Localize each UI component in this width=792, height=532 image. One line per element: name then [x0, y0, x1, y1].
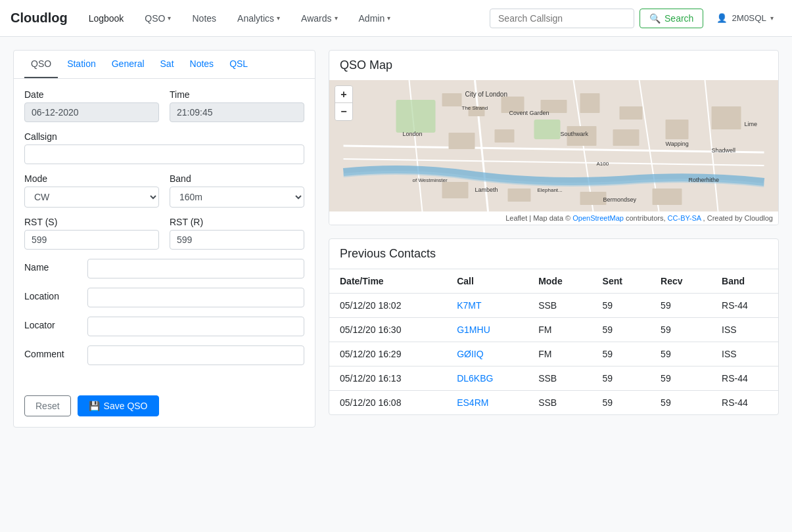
cell-call[interactable]: GØIIQ	[446, 342, 528, 366]
tab-qso[interactable]: QSO	[24, 51, 58, 78]
user-icon: 👤	[716, 13, 728, 23]
map-container: QSO Map	[329, 50, 779, 225]
cell-band: RS-44	[711, 294, 778, 318]
cell-sent: 59	[592, 366, 651, 391]
cell-call[interactable]: K7MT	[446, 294, 528, 318]
svg-text:Covent Garden: Covent Garden	[509, 110, 549, 116]
svg-text:Rotherhithe: Rotherhithe	[689, 177, 720, 183]
nav-analytics[interactable]: Analytics ▾	[229, 8, 288, 29]
callsign-link[interactable]: G1MHU	[457, 324, 490, 335]
col-sent: Sent	[592, 269, 651, 294]
mode-select[interactable]: CW SSB FM AM FT8 FT4	[24, 187, 159, 208]
cell-datetime: 05/12/20 16:08	[329, 391, 446, 415]
svg-rect-14	[580, 93, 600, 113]
cell-datetime: 05/12/20 18:02	[329, 294, 446, 318]
tab-bar: QSO Station General Sat Notes QSL	[14, 51, 315, 79]
rst-r-label: RST (R)	[170, 217, 304, 227]
cell-recv: 59	[650, 391, 711, 415]
tab-notes[interactable]: Notes	[183, 51, 221, 78]
search-button[interactable]: 🔍 Search	[640, 9, 703, 28]
map-title: QSO Map	[329, 51, 778, 80]
qso-dropdown-arrow: ▾	[168, 14, 171, 22]
rst-r-group: RST (R)	[170, 217, 304, 250]
rst-s-label: RST (S)	[24, 217, 159, 227]
cell-call[interactable]: ES4RM	[446, 391, 528, 415]
cell-sent: 59	[592, 391, 651, 415]
time-field: 21:09:45	[170, 102, 304, 122]
cc-link[interactable]: CC-BY-SA	[668, 214, 701, 222]
comment-input[interactable]	[87, 345, 304, 365]
tab-station[interactable]: Station	[60, 51, 103, 78]
cell-sent: 59	[592, 318, 651, 342]
svg-rect-8	[396, 100, 436, 133]
zoom-in-button[interactable]: +	[335, 86, 352, 103]
cell-mode: FM	[528, 318, 592, 342]
time-group: Time 21:09:45	[170, 89, 304, 122]
svg-rect-16	[449, 133, 475, 149]
callsign-link[interactable]: DL6KBG	[457, 373, 493, 384]
cell-band: RS-44	[711, 391, 778, 415]
contacts-title: Previous Contacts	[329, 239, 778, 269]
tab-qsl[interactable]: QSL	[223, 51, 254, 78]
osm-link[interactable]: OpenStreetMap	[572, 214, 624, 222]
table-row: 05/12/20 16:29 GØIIQ FM 59 59 ISS	[329, 342, 778, 366]
tab-general[interactable]: General	[105, 51, 151, 78]
callsign-link[interactable]: GØIIQ	[457, 349, 483, 359]
user-menu-button[interactable]: 👤 2M0SQL ▾	[709, 9, 781, 27]
svg-rect-10	[442, 93, 462, 106]
navbar: Cloudlog Logbook QSO ▾ Notes Analytics ▾…	[0, 0, 792, 37]
nav-awards[interactable]: Awards ▾	[293, 8, 345, 29]
reset-button[interactable]: Reset	[24, 395, 71, 416]
rst-row: RST (S) RST (R)	[24, 217, 304, 250]
cell-recv: 59	[650, 294, 711, 318]
svg-text:Bermondsey: Bermondsey	[603, 196, 637, 203]
map-zoom-controls: + −	[335, 85, 353, 121]
cell-call[interactable]: G1MHU	[446, 318, 528, 342]
svg-rect-25	[653, 188, 682, 205]
contacts-thead: Date/Time Call Mode Sent Recv Band	[329, 269, 778, 294]
zoom-out-button[interactable]: −	[335, 103, 352, 120]
band-select[interactable]: 160m 80m 40m 20m 15m 10m 6m 2m	[170, 187, 304, 208]
time-label: Time	[170, 89, 304, 100]
cell-band: ISS	[711, 318, 778, 342]
mode-group: Mode CW SSB FM AM FT8 FT4	[24, 173, 159, 208]
cell-recv: 59	[650, 318, 711, 342]
map-credit: Leaflet | Map data © OpenStreetMap contr…	[329, 211, 778, 225]
cell-recv: 59	[650, 366, 711, 391]
callsign-link[interactable]: K7MT	[457, 300, 481, 311]
date-label: Date	[24, 89, 159, 100]
tab-sat[interactable]: Sat	[154, 51, 181, 78]
callsign-link[interactable]: ES4RM	[457, 397, 488, 408]
col-recv: Recv	[650, 269, 711, 294]
nav-admin[interactable]: Admin ▾	[351, 8, 399, 29]
svg-rect-22	[442, 182, 469, 198]
location-input[interactable]	[87, 288, 304, 307]
user-dropdown-arrow: ▾	[770, 14, 774, 22]
nav-qso[interactable]: QSO ▾	[137, 8, 179, 29]
rst-r-input[interactable]	[170, 230, 304, 250]
date-field: 06-12-2020	[24, 102, 159, 122]
brand-logo[interactable]: Cloudlog	[11, 11, 68, 26]
locator-input[interactable]	[87, 317, 304, 336]
save-qso-button[interactable]: 💾 Save QSO	[78, 395, 159, 416]
name-input[interactable]	[87, 259, 304, 278]
col-call: Call	[446, 269, 528, 294]
date-group: Date 06-12-2020	[24, 89, 159, 122]
callsign-label: Callsign	[24, 131, 304, 142]
awards-dropdown-arrow: ▾	[335, 14, 338, 22]
nav-logbook[interactable]: Logbook	[81, 8, 132, 29]
nav-notes[interactable]: Notes	[184, 8, 224, 29]
cell-mode: SSB	[528, 366, 592, 391]
mode-label: Mode	[24, 173, 159, 184]
cell-call[interactable]: DL6KBG	[446, 366, 528, 391]
cell-recv: 59	[650, 342, 711, 366]
rst-s-input[interactable]	[24, 230, 159, 250]
callsign-row: Callsign	[24, 131, 304, 164]
map-svg: City of London London Lime Shadwell Wapp…	[329, 80, 778, 211]
callsign-input[interactable]	[24, 144, 304, 164]
contacts-tbody: 05/12/20 18:02 K7MT SSB 59 59 RS-44 05/1…	[329, 294, 778, 415]
search-input[interactable]	[490, 9, 634, 28]
svg-text:Elephant...: Elephant...	[538, 187, 563, 193]
svg-text:Wapping: Wapping	[666, 141, 689, 147]
svg-rect-17	[495, 129, 515, 143]
